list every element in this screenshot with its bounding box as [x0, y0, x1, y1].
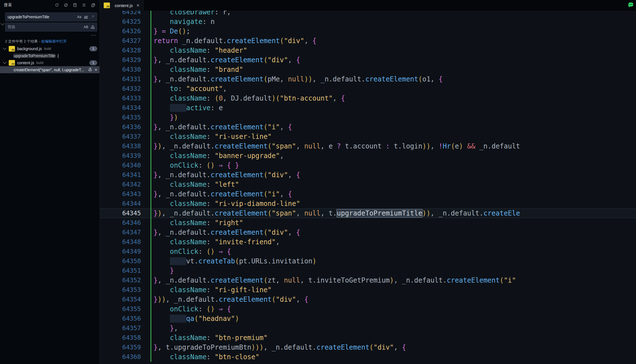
code-line[interactable]: 64360 className: "btn-close"	[100, 352, 636, 362]
code-text[interactable]: }, _n.default.createElement(pMe, null)),…	[150, 74, 636, 84]
code-line[interactable]: 64335 })	[100, 113, 636, 122]
code-text[interactable]: className: "banner-upgrade",	[150, 151, 636, 161]
regex-icon[interactable]: .*	[90, 14, 96, 20]
match-row[interactable]: upgradeToPremiumTitle: {	[0, 52, 99, 59]
code-line[interactable]: 64338}), _n.default.createElement("span"…	[100, 141, 636, 151]
replace-input[interactable]: 替换 AB	[5, 23, 97, 32]
file-row-background-js[interactable]: JS background.js build 1	[0, 45, 99, 52]
code-line[interactable]: 64339 className: "banner-upgrade",	[100, 151, 636, 161]
collapse-all-icon[interactable]	[90, 3, 96, 8]
code-line[interactable]: 64325 navigate: n	[100, 17, 636, 26]
code-text[interactable]: navigate: n	[150, 17, 636, 26]
code-line[interactable]: 64346 className: "right"	[100, 218, 636, 228]
search-input-value[interactable]: upgradeToPremiumTitle	[8, 15, 76, 19]
code-text[interactable]: return _n.default.createElement("div", {	[150, 36, 636, 46]
code-line[interactable]: 64341}, _n.default.createElement("div", …	[100, 170, 636, 180]
code-line[interactable]: 64351 }	[100, 266, 636, 276]
code-text[interactable]: }), _n.default.createElement("span", nul…	[150, 141, 636, 151]
code-line[interactable]: 64334 active: e	[100, 103, 636, 113]
toggle-search-details-icon[interactable]: ···	[91, 33, 96, 38]
code-line[interactable]: 64348 className: "invite-friend",	[100, 237, 636, 247]
code-line[interactable]: 64332 to: "account",	[100, 84, 636, 94]
code-line[interactable]: 64355 onClick: () ⇒ {	[100, 304, 636, 314]
code-line[interactable]: 64324 closeDrawer: r,	[100, 11, 636, 17]
open-new-search-editor-icon[interactable]	[72, 3, 77, 8]
code-text[interactable]: className: "ri-user-line"	[150, 132, 636, 141]
replace-input-placeholder[interactable]: 替换	[8, 25, 82, 30]
tab-close-icon[interactable]: ×	[136, 3, 139, 8]
clear-search-results-icon[interactable]	[63, 3, 68, 8]
code-line[interactable]: 64356 qa("headnav")	[100, 314, 636, 323]
code-text[interactable]: }, _n.default.createElement("i", {	[150, 189, 636, 199]
code-text[interactable]: className: "btn-close"	[150, 352, 636, 362]
chevron-down-icon[interactable]	[3, 46, 6, 50]
view-as-list-icon[interactable]	[81, 3, 87, 8]
code-text[interactable]: },	[150, 323, 636, 333]
code-line[interactable]: 64354})), _n.default.createElement("div"…	[100, 295, 636, 304]
code-text[interactable]: className: (0, DJ.default)("btn-account"…	[150, 94, 636, 103]
whole-word-icon[interactable]: ab	[83, 14, 89, 20]
file-row-content-js[interactable]: JS content.js build 1	[0, 59, 99, 66]
dismiss-match-icon[interactable]: ×	[95, 68, 97, 72]
code-line[interactable]: 64344 className: "ri-vip-diamond-line"	[100, 199, 636, 208]
code-text[interactable]: })), _n.default.createElement("div", {	[150, 295, 636, 304]
code-line[interactable]: 64326} = De();	[100, 26, 636, 36]
code-text[interactable]: className: "invite-friend",	[150, 237, 636, 247]
code-line[interactable]: 64328 className: "header"	[100, 46, 636, 55]
code-text[interactable]: }, _n.default.createElement("div", {	[150, 228, 636, 237]
code-text[interactable]: active: e	[150, 103, 636, 113]
code-text[interactable]: }, t.upgradeToPremiumBtn))), _n.default.…	[150, 343, 636, 352]
replace-match-icon[interactable]	[88, 67, 92, 72]
code-line[interactable]: 64357 },	[100, 323, 636, 333]
toggle-replace-chevron-icon[interactable]	[1, 21, 5, 25]
code-text[interactable]: onClick: () ⇒ {	[150, 304, 636, 314]
code-text[interactable]: qa("headnav")	[150, 314, 636, 323]
code-line[interactable]: 64353 className: "ri-gift-line"	[100, 285, 636, 295]
code-line[interactable]: 64347}, _n.default.createElement("div", …	[100, 228, 636, 237]
code-text[interactable]: className: "btn-premium"	[150, 333, 636, 343]
code-text[interactable]: }, _n.default.createElement("i", {	[150, 122, 636, 132]
code-line[interactable]: 64331}, _n.default.createElement(pMe, nu…	[100, 74, 636, 84]
code-text[interactable]: }, _n.default.createElement("div", {	[150, 170, 636, 180]
code-text[interactable]: } = De();	[150, 26, 636, 36]
code-line[interactable]: 64340 onClick: () ⇒ { }	[100, 161, 636, 170]
code-text[interactable]: className: "ri-vip-diamond-line"	[150, 199, 636, 208]
code-line[interactable]: 64343}, _n.default.createElement("i", {	[100, 189, 636, 199]
code-text[interactable]: onClick: () ⇒ { }	[150, 161, 636, 170]
code-text[interactable]: className: "brand"	[150, 65, 636, 74]
code-text[interactable]: }, _n.default.createElement("div", {	[150, 55, 636, 65]
code-line[interactable]: 64350 vt.createTab(pt.URLs.invitation)	[100, 256, 636, 266]
code-text[interactable]: onClick: () ⇒ {	[150, 247, 636, 256]
code-line[interactable]: 64336}, _n.default.createElement("i", {	[100, 122, 636, 132]
code-line[interactable]: 64333 className: (0, DJ.default)("btn-ac…	[100, 94, 636, 103]
match-case-icon[interactable]: Aa	[76, 14, 82, 20]
replace-all-icon[interactable]	[90, 24, 96, 30]
code-text[interactable]: className: "header"	[150, 46, 636, 55]
code-text[interactable]: }), _n.default.createElement("span", nul…	[150, 208, 636, 218]
code-line-current[interactable]: 64345}), _n.default.createElement("span"…	[100, 208, 636, 218]
code-line[interactable]: 64327return _n.default.createElement("di…	[100, 36, 636, 46]
code-text[interactable]: })	[150, 113, 636, 122]
code-line[interactable]: 64330 className: "brand"	[100, 65, 636, 74]
preserve-case-icon[interactable]: AB	[83, 24, 89, 30]
code-line[interactable]: 64329}, _n.default.createElement("div", …	[100, 55, 636, 65]
chat-extension-icon[interactable]	[627, 2, 634, 9]
code-text[interactable]: }, _n.default.createElement(zt, null, t.…	[150, 276, 636, 285]
code-line[interactable]: 64349 onClick: () ⇒ {	[100, 247, 636, 256]
code-editor[interactable]: 64324 closeDrawer: r,64325 navigate: n64…	[100, 11, 636, 364]
match-row-selected[interactable]: createElement("span", null, t.upgradeT..…	[0, 66, 99, 73]
tab-content-js[interactable]: JS content.js ×	[100, 0, 144, 11]
code-line[interactable]: 64358 className: "btn-premium"	[100, 333, 636, 343]
code-line[interactable]: 64352}, _n.default.createElement(zt, nul…	[100, 276, 636, 285]
chevron-down-icon[interactable]	[3, 60, 6, 64]
code-text[interactable]: closeDrawer: r,	[150, 11, 636, 17]
code-text[interactable]: to: "account",	[150, 84, 636, 94]
code-text[interactable]: }	[150, 266, 636, 276]
code-text[interactable]: className: "right"	[150, 218, 636, 228]
open-in-editor-link[interactable]: 在编辑器中打开	[41, 39, 67, 43]
search-input[interactable]: upgradeToPremiumTitle Aa ab .*	[5, 12, 97, 21]
code-line[interactable]: 64337 className: "ri-user-line"	[100, 132, 636, 141]
code-text[interactable]: vt.createTab(pt.URLs.invitation)	[150, 256, 636, 266]
code-text[interactable]: className: "ri-gift-line"	[150, 285, 636, 295]
code-text[interactable]: className: "left"	[150, 180, 636, 189]
